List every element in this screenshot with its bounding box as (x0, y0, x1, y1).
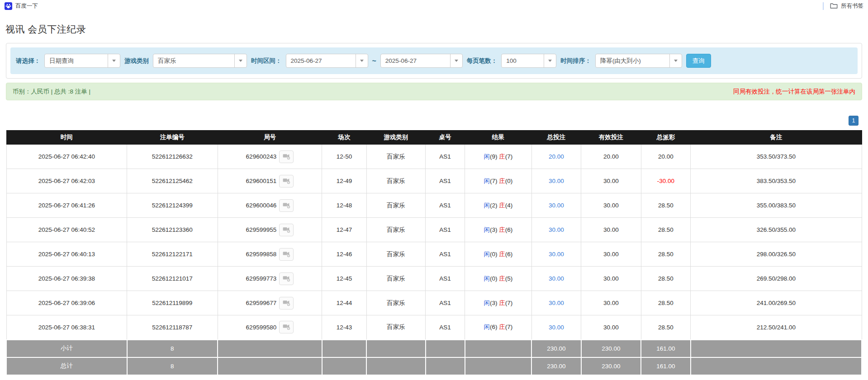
round-number: 629599955 (246, 226, 277, 233)
cell-table-no: AS1 (426, 145, 465, 169)
video-camera-icon (283, 226, 290, 234)
video-replay-button[interactable] (279, 199, 294, 212)
video-replay-button[interactable] (279, 150, 294, 163)
sum-empty-remark (691, 340, 862, 357)
result-banker-count: (6) (505, 251, 513, 258)
cell-remark: 298.00/326.50 (691, 242, 862, 267)
table-row: 2025-06-27 06:41:26522612124399629600046… (6, 193, 862, 218)
video-replay-button[interactable] (279, 248, 294, 261)
page-1-button[interactable]: 1 (849, 116, 859, 126)
sum-empty-result (465, 340, 531, 357)
page-title: 视讯 会员下注纪录 (5, 23, 868, 36)
result-player-count: (7) (490, 178, 498, 184)
sum-valid-bet: 230.00 (581, 357, 641, 375)
result-banker: 庄 (499, 202, 505, 209)
cell-table-no: AS1 (426, 218, 465, 242)
cell-payout: 28.50 (641, 242, 691, 267)
total-bet-link[interactable]: 30.00 (549, 275, 564, 282)
result-banker: 庄 (499, 178, 505, 184)
cell-time: 2025-06-27 06:40:13 (6, 242, 127, 267)
search-button[interactable]: 查询 (686, 54, 711, 68)
cell-payout: 20.00 (641, 145, 691, 169)
video-replay-button[interactable] (279, 297, 294, 310)
total-bet-link[interactable]: 30.00 (549, 251, 564, 258)
cell-session: 12-47 (322, 218, 366, 242)
cell-bet-id: 522612119899 (127, 291, 218, 315)
sum-empty-remark (691, 357, 862, 375)
cell-round: 629599858 (218, 242, 322, 267)
result-player: 闲 (484, 202, 490, 209)
cell-time: 2025-06-27 06:38:31 (6, 315, 127, 340)
chevron-down-icon (544, 54, 556, 67)
cell-total-bet: 20.00 (531, 145, 581, 169)
video-replay-button[interactable] (279, 272, 294, 285)
round-number: 629599858 (246, 251, 277, 258)
result-player-count: (3) (490, 300, 498, 306)
cell-game: 百家乐 (366, 145, 425, 169)
total-bet-link[interactable]: 30.00 (549, 202, 564, 209)
video-camera-icon (283, 250, 290, 258)
pagination: 1 (0, 116, 859, 126)
total-bet-link[interactable]: 30.00 (549, 226, 564, 233)
cell-payout: 28.50 (641, 291, 691, 315)
date-to-select[interactable]: 2025-06-27 (380, 54, 463, 68)
table-row: 2025-06-27 06:39:38522612121017629599773… (6, 267, 862, 291)
cell-table-no: AS1 (426, 169, 465, 193)
round-number: 629600151 (246, 178, 277, 184)
cell-game: 百家乐 (366, 169, 425, 193)
query-type-value: 日期查询 (45, 57, 108, 65)
video-replay-button[interactable] (279, 175, 294, 188)
sum-count: 8 (127, 357, 218, 375)
cell-bet-id: 522612126632 (127, 145, 218, 169)
cell-valid-bet: 30.00 (581, 291, 641, 315)
cell-result: 闲(9) 庄(7) (465, 145, 531, 169)
range-separator: ~ (372, 57, 376, 65)
cell-result: 闲(2) 庄(4) (465, 193, 531, 218)
cell-total-bet: 30.00 (531, 169, 581, 193)
sort-order-select[interactable]: 降幂(由大到小) (595, 54, 682, 68)
cell-session: 12-43 (322, 315, 366, 340)
chevron-down-icon (356, 54, 368, 67)
total-bet-link[interactable]: 30.00 (549, 324, 564, 331)
cell-time: 2025-06-27 06:40:52 (6, 218, 127, 242)
total-bet-link[interactable]: 30.00 (549, 300, 564, 306)
result-banker: 庄 (499, 251, 505, 258)
total-bet-link[interactable]: 30.00 (549, 178, 564, 184)
result-player: 闲 (484, 300, 490, 306)
query-type-select[interactable]: 日期查询 (44, 54, 120, 68)
bookmark-baidu[interactable]: 百度一下 (5, 2, 38, 10)
baidu-paw-icon (5, 2, 12, 10)
cell-total-bet: 30.00 (531, 218, 581, 242)
sum-empty-game (366, 340, 425, 357)
table-row: 2025-06-27 06:38:31522612118787629599580… (6, 315, 862, 340)
game-category-label: 游戏类别 (124, 57, 149, 65)
page-size-select[interactable]: 100 (501, 54, 556, 68)
cell-result: 闲(3) 庄(6) (465, 218, 531, 242)
column-header: 时间 (6, 131, 127, 145)
cell-valid-bet: 20.00 (581, 145, 641, 169)
table-row: 2025-06-27 06:40:52522612123360629599955… (6, 218, 862, 242)
sum-empty-result (465, 357, 531, 375)
cell-payout: 28.50 (641, 267, 691, 291)
game-category-select[interactable]: 百家乐 (153, 54, 247, 68)
column-header: 局号 (218, 131, 322, 145)
sort-order-label: 时间排序： (560, 57, 591, 65)
video-replay-button[interactable] (279, 224, 294, 236)
currency-total-text: 币别：人民币 | 总共 :8 注单 | (13, 88, 90, 96)
cell-remark: 212.50/241.00 (691, 315, 862, 340)
column-header: 备注 (691, 131, 862, 145)
total-bet-link[interactable]: 20.00 (549, 153, 564, 160)
video-camera-icon (283, 153, 290, 161)
video-camera-icon (283, 202, 290, 210)
page-size-label: 每页笔数： (467, 57, 498, 65)
video-replay-button[interactable] (279, 321, 294, 333)
date-from-select[interactable]: 2025-06-27 (286, 54, 368, 68)
result-player: 闲 (484, 251, 490, 258)
result-player: 闲 (484, 178, 490, 184)
all-bookmarks-button[interactable]: 所有书签 (830, 2, 863, 10)
sort-order-value: 降幂(由大到小) (596, 57, 669, 65)
cell-payout: -30.00 (641, 169, 691, 193)
cell-result: 闲(7) 庄(0) (465, 169, 531, 193)
result-player-count: (3) (490, 226, 498, 233)
sum-label: 小计 (6, 340, 127, 357)
